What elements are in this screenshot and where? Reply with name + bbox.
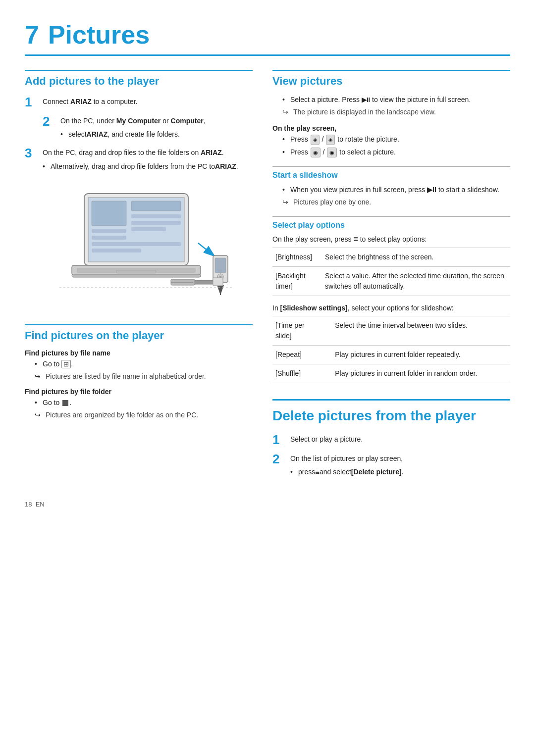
page-container: 7Pictures Add pictures to the player 1 C… [25,20,510,508]
add-pictures-section: Add pictures to the player 1 Connect ARI… [25,70,253,174]
on-play-screen-label: On the play screen, [272,124,510,132]
view-arrow-1: The picture is displayed in the landscap… [282,107,510,117]
left-column: Add pictures to the player 1 Connect ARI… [25,70,253,486]
delete-step-2-bullet: press ≡ and select [Delete picture]. [290,467,404,478]
find-by-filename-title: Find pictures by file name [25,349,253,357]
find-filename-bullet: Go to ⊞. [35,359,253,369]
delete-pictures-title: Delete pictures from the player [272,407,510,424]
shuffle-value: Play pictures in current folder in rando… [332,364,510,383]
find-folder-arrow: Pictures are organized by file folder as… [35,410,253,420]
slideshow-list: When you view pictures in full screen, p… [282,185,510,195]
find-folder-bullet: Go to . [35,398,253,408]
step-2-bullet: select ARIAZ, and create file folders. [60,129,180,140]
play-options-intro: On the play screen, press ≡ to select pl… [272,235,510,244]
slideshow-bullet-1: When you view pictures in full screen, p… [282,185,510,195]
view-pictures-list: Select a picture. Press ▶II to view the … [282,95,510,105]
svg-rect-5 [92,201,126,226]
chapter-number: 7 [25,20,39,49]
footer-language: EN [36,501,45,508]
select-bullet: Press ◉ / ◉ to select a picture. [282,147,510,158]
repeat-row: [Repeat] Play pictures in current folder… [272,346,510,364]
svg-rect-8 [131,221,181,225]
svg-rect-6 [131,201,181,211]
step-3-bullet: Alternatively, drag and drop file folder… [43,161,238,172]
add-pictures-steps: 1 Connect ARIAZ to a computer. 2 On the … [25,95,253,174]
find-filename-arrow: Pictures are listed by file name in alph… [35,371,253,382]
svg-rect-26 [213,278,223,286]
step-3: 3 On the PC, drag and drop files to the … [25,146,253,173]
on-play-screen-list: Press ◈ / ◈ to rotate the picture. Press… [282,134,510,157]
delete-steps: 1 Select or play a picture. 2 On the lis… [272,432,510,480]
delete-pictures-section: Delete pictures from the player 1 Select… [272,399,510,480]
backlight-key: [Backlighttimer] [272,267,322,296]
rotate-bullet: Press ◈ / ◈ to rotate the picture. [282,134,510,145]
svg-rect-14 [116,270,156,273]
svg-line-16 [198,243,215,257]
start-slideshow-section: Start a slideshow When you view pictures… [272,166,510,207]
delete-step-2: 2 On the list of pictures or play screen… [272,452,510,480]
backlight-value: Select a value. After the selected time … [322,267,510,296]
find-by-folder-title: Find pictures by file folder [25,388,253,396]
time-per-slide-row: [Time perslide] Select the time interval… [272,316,510,346]
time-per-slide-value: Select the time interval between two sli… [332,316,510,346]
backlight-row: [Backlighttimer] Select a value. After t… [272,267,510,296]
svg-rect-10 [92,229,126,233]
find-pictures-section: Find pictures on the player Find picture… [25,324,253,420]
delete-step-1: 1 Select or play a picture. [272,432,510,448]
add-pictures-title: Add pictures to the player [25,70,253,88]
step-1: 1 Connect ARIAZ to a computer. [25,95,253,110]
svg-rect-12 [92,242,181,246]
time-per-slide-key: [Time perslide] [272,316,332,346]
step-2-bullets: select ARIAZ, and create file folders. [60,129,180,142]
repeat-value: Play pictures in current folder repeated… [332,346,510,364]
shuffle-key: [Shuffle] [272,364,332,383]
step-2: 2 On the PC, under My Computer or Comput… [25,114,253,142]
brightness-row: [Brightness] Select the brightness of th… [272,248,510,267]
svg-point-20 [219,276,221,278]
footer-page-number: 18 [25,501,32,508]
svg-rect-4 [72,274,201,277]
right-column: View pictures Select a picture. Press ▶I… [272,70,510,486]
repeat-key: [Repeat] [272,346,332,364]
delete-step-2-bullets: press ≡ and select [Delete picture]. [290,467,404,480]
page-footer: 18 EN [25,501,510,508]
view-pictures-title: View pictures [272,70,510,88]
view-pictures-section: View pictures Select a picture. Press ▶I… [272,70,510,157]
find-by-filename-list: Go to ⊞. [35,359,253,369]
slideshow-arrow-1: Pictures play one by one. [282,197,510,207]
brightness-value: Select the brightness of the screen. [322,248,510,267]
svg-rect-13 [92,249,141,252]
svg-rect-9 [131,227,166,231]
step-3-bullets: Alternatively, drag and drop file folder… [43,161,238,174]
find-by-folder-list: Go to . [35,398,253,408]
view-bullet-1: Select a picture. Press ▶II to view the … [282,95,510,105]
page-title: 7Pictures [25,20,510,56]
play-options-table: [Brightness] Select the brightness of th… [272,248,510,296]
brightness-key: [Brightness] [272,248,322,267]
select-play-options-section: Select play options On the play screen, … [272,216,510,383]
slideshow-options-table: [Time perslide] Select the time interval… [272,316,510,383]
find-pictures-title: Find pictures on the player [25,324,253,342]
select-play-options-title: Select play options [272,216,510,230]
svg-rect-11 [92,236,126,240]
diagram-container [25,184,253,312]
svg-rect-18 [215,258,226,273]
chapter-title: Pictures [48,20,150,49]
laptop-device-diagram [45,184,233,312]
start-slideshow-title: Start a slideshow [272,166,510,180]
svg-rect-7 [131,214,181,218]
slideshow-settings-intro: In [Slideshow settings], select your opt… [272,304,510,312]
shuffle-row: [Shuffle] Play pictures in current folde… [272,364,510,383]
